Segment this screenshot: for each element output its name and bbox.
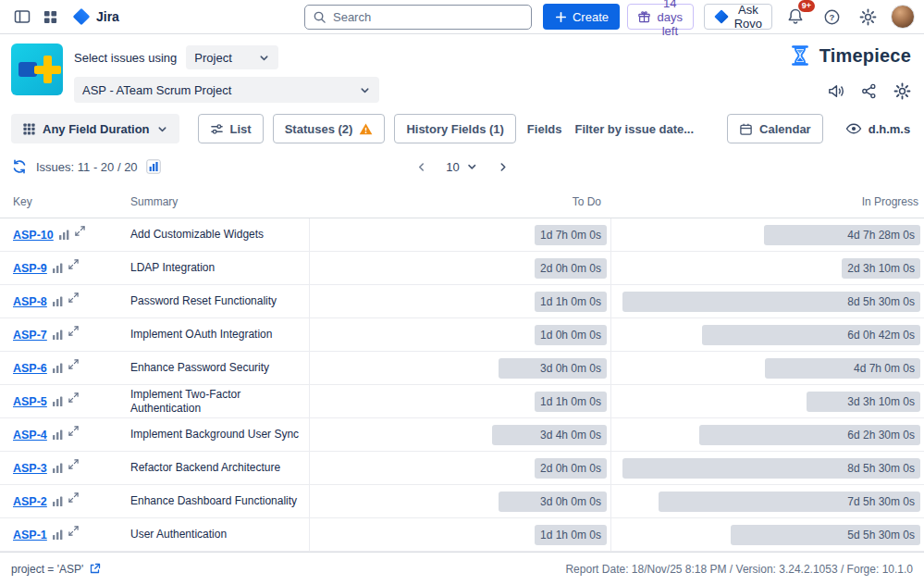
- issue-chart-icon[interactable]: [52, 262, 64, 274]
- issue-source-dropdown[interactable]: Project: [186, 45, 278, 69]
- app-switcher-button[interactable]: [37, 4, 63, 30]
- chevron-down-icon: [359, 84, 371, 96]
- jql-filter-text: project = 'ASP': [11, 563, 83, 576]
- issue-chart-icon[interactable]: [52, 529, 64, 541]
- history-fields-button[interactable]: History Fields (1): [394, 114, 515, 143]
- issue-key-link[interactable]: ASP-4: [13, 429, 47, 442]
- create-button[interactable]: Create: [543, 4, 620, 30]
- issue-chart-icon[interactable]: [58, 229, 70, 241]
- issue-chart-icon[interactable]: [52, 429, 64, 441]
- key-cell: ASP-5: [0, 395, 130, 408]
- global-search[interactable]: [304, 5, 532, 30]
- issue-key-link[interactable]: ASP-6: [13, 362, 47, 375]
- issue-chart-icon[interactable]: [52, 295, 64, 307]
- chart-view-button[interactable]: [146, 159, 161, 174]
- issue-key-link[interactable]: ASP-3: [13, 462, 47, 475]
- issue-key-link[interactable]: ASP-7: [13, 329, 47, 342]
- issue-chart-icon[interactable]: [52, 462, 64, 474]
- jql-filter-link[interactable]: project = 'ASP': [11, 563, 101, 576]
- inprogress-cell: 7d 5h 30m 0s: [610, 485, 924, 517]
- todo-cell: 3d 0h 0m 0s: [309, 352, 610, 384]
- issue-summary: LDAP Integration: [130, 261, 309, 275]
- expand-icon[interactable]: [68, 526, 79, 536]
- issue-key-link[interactable]: ASP-2: [13, 495, 47, 508]
- search-input[interactable]: [333, 10, 524, 24]
- expand-icon[interactable]: [68, 259, 79, 269]
- inprogress-duration-bar: 7d 5h 30m 0s: [659, 492, 920, 512]
- inprogress-cell: 4d 7h 28m 0s: [610, 218, 924, 251]
- user-avatar[interactable]: [891, 5, 915, 29]
- column-header-key[interactable]: Key: [0, 195, 130, 208]
- visibility-button[interactable]: [845, 120, 862, 137]
- expand-icon[interactable]: [68, 326, 79, 336]
- bar-chart-icon: [146, 159, 161, 174]
- jira-home-link[interactable]: Jira: [65, 7, 127, 26]
- issue-key-link[interactable]: ASP-10: [13, 229, 54, 242]
- column-header-inprogress[interactable]: In Progress: [610, 195, 924, 208]
- inprogress-duration-bar: 6d 2h 30m 0s: [699, 425, 920, 445]
- select-issues-label: Select issues using: [74, 51, 177, 65]
- issue-chart-icon[interactable]: [52, 362, 64, 374]
- issues-count-label: Issues: 11 - 20 / 20: [36, 160, 138, 174]
- expand-icon[interactable]: [68, 459, 79, 469]
- notifications-button[interactable]: 9+: [782, 4, 808, 30]
- duration-type-label: Any Field Duration: [43, 122, 150, 136]
- issue-key-link[interactable]: ASP-9: [13, 262, 47, 275]
- table-row: ASP-10 Add Customizable Widgets 1d 7h 0m…: [0, 218, 924, 252]
- sidebar-toggle-button[interactable]: [9, 4, 35, 30]
- column-header-todo[interactable]: To Do: [309, 195, 610, 208]
- project-select-dropdown[interactable]: ASP - ATeam Scrum Project: [74, 77, 379, 103]
- chevron-down-icon: [156, 123, 168, 135]
- inprogress-duration-bar: 8d 5h 30m 0s: [622, 292, 920, 312]
- chevron-down-icon: [258, 52, 270, 64]
- previous-page-button[interactable]: [414, 160, 427, 173]
- page-size-value: 10: [446, 160, 459, 174]
- announcements-button[interactable]: [827, 82, 844, 100]
- share-button[interactable]: [861, 83, 877, 99]
- calendar-view-button[interactable]: Calendar: [727, 114, 823, 143]
- todo-cell: 1d 1h 0m 0s: [309, 285, 610, 317]
- inprogress-duration-bar: 3d 3h 10m 0s: [807, 392, 920, 412]
- fields-button[interactable]: Fields: [525, 114, 564, 143]
- ask-rovo-button[interactable]: Ask Rovo: [704, 4, 772, 30]
- create-button-label: Create: [573, 10, 609, 24]
- trial-days-left-button[interactable]: 14 days left: [627, 4, 694, 30]
- issue-chart-icon[interactable]: [52, 495, 64, 507]
- expand-icon[interactable]: [68, 392, 79, 403]
- help-button[interactable]: ?: [819, 4, 844, 30]
- issue-chart-icon[interactable]: [52, 329, 64, 341]
- issue-chart-icon[interactable]: [52, 395, 64, 407]
- column-header-summary[interactable]: Summary: [130, 195, 309, 208]
- issue-summary: Add Customizable Widgets: [130, 228, 309, 242]
- issue-key-link[interactable]: ASP-5: [13, 395, 47, 408]
- key-cell: ASP-1: [0, 529, 130, 541]
- expand-icon[interactable]: [68, 426, 79, 436]
- jira-app-name: Jira: [96, 9, 119, 24]
- expand-icon[interactable]: [68, 359, 79, 369]
- issue-date-filter-label: Filter by issue date...: [574, 122, 694, 136]
- settings-button[interactable]: [855, 4, 881, 30]
- list-view-button[interactable]: List: [198, 114, 264, 143]
- expand-icon[interactable]: [68, 492, 79, 503]
- table-row: ASP-8 Password Reset Functionality 1d 1h…: [0, 285, 924, 318]
- expand-icon[interactable]: [68, 292, 79, 303]
- issue-key-link[interactable]: ASP-8: [13, 295, 47, 308]
- rovo-icon: [714, 9, 729, 24]
- next-page-button[interactable]: [497, 160, 510, 173]
- inprogress-cell: 6d 0h 42m 0s: [610, 318, 924, 351]
- page-size-dropdown[interactable]: 10: [446, 160, 477, 174]
- issue-key-link[interactable]: ASP-1: [13, 529, 47, 541]
- key-cell: ASP-4: [0, 429, 130, 442]
- refresh-button[interactable]: [11, 158, 28, 175]
- duration-type-dropdown[interactable]: Any Field Duration: [11, 114, 179, 143]
- notifications-badge: 9+: [798, 0, 815, 12]
- app-settings-button[interactable]: [893, 82, 911, 100]
- statuses-filter-button[interactable]: Statuses (2): [273, 114, 386, 143]
- issue-summary: Password Reset Functionality: [130, 294, 309, 308]
- expand-icon[interactable]: [75, 226, 85, 236]
- search-icon: [313, 10, 326, 24]
- issue-date-filter-button[interactable]: Filter by issue date...: [573, 114, 696, 143]
- todo-duration-bar: 1d 1h 0m 0s: [535, 392, 607, 412]
- ask-rovo-label: Ask Rovo: [734, 3, 762, 31]
- inprogress-cell: 4d 7h 0m 0s: [610, 352, 924, 384]
